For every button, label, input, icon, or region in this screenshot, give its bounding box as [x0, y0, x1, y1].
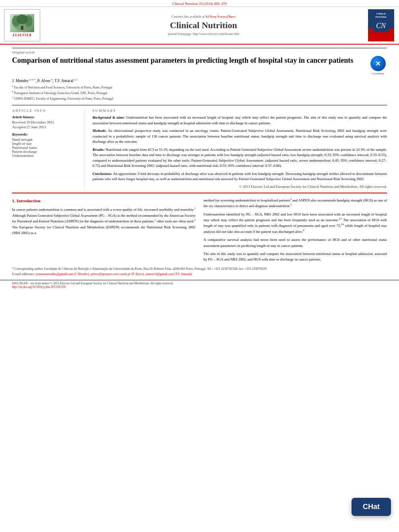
authors: J. Mendes a, b, *, P. Alves b, T.F. Amar… [12, 78, 387, 83]
elsevier-wordmark: ELSEVIER [12, 33, 31, 37]
footer-issn: 0261-5614/$ – see front matter © 2013 El… [12, 281, 173, 285]
body-col-right: method for screening undernutrition in h… [204, 197, 387, 265]
chat-button[interactable]: CHat [352, 498, 391, 516]
summary-heading: SUMMARY [93, 109, 387, 113]
keyword-3: Nutritional status [12, 146, 79, 150]
accepted-date: Accepted 27 June 2013 [12, 125, 79, 129]
summary-methods: Methods: An observational prospective st… [93, 128, 387, 145]
email-note: E-mail addresses: joanamamendes@gmail.co… [12, 272, 387, 277]
background-label: Background & aims: [93, 115, 125, 119]
conclusions-label: Conclusions: [93, 172, 112, 176]
summary-results: Results: Nutritional risk ranged from 42… [93, 147, 387, 169]
journal-header: ELSEVIER Contents lists available at Sci… [0, 7, 399, 45]
footer-issn-doi: 0261-5614/$ – see front matter © 2013 El… [12, 281, 173, 289]
journal-issue: Clinical Nutrition 33 (2014) 466–470 [173, 2, 227, 6]
affiliation-c: c UISPA-IDMEC, Faculty of Engineering, U… [12, 96, 387, 101]
body-para-5: The aim of this study was to quantify an… [204, 251, 387, 263]
received-date: Received 20 December 2012 [12, 120, 79, 124]
body-para-4: A comparative survival analysis had neve… [204, 237, 387, 249]
footer-footnotes: * Corresponding author. Faculdade de Ciê… [0, 265, 399, 279]
email-text: joanamamendes@gmail.com (J. Mendes), pal… [36, 272, 193, 276]
journal-homepage: journal homepage: http://www.elsevier.co… [168, 32, 239, 36]
sciverse-line: Contents lists available at SciVerse Sci… [172, 15, 236, 18]
summary-col: SUMMARY Background & aims: Undernutritio… [93, 109, 387, 189]
copyright: © 2013 Elsevier Ltd and European Society… [93, 185, 387, 189]
conclusions-text: An approximate 3-fold decrease in probab… [93, 172, 387, 181]
article-title: Comparison of nutritional status assessm… [12, 56, 365, 65]
footer-doi: http://dx.doi.org/10.1016/j.clnu.2013.06… [12, 285, 173, 289]
body-section: 1. Introduction In cancer patients under… [12, 193, 387, 265]
results-text: Nutritional risk ranged from 42.3 to 53.… [93, 148, 387, 168]
page: Clinical Nutrition 33 (2014) 466–470 ELS… [0, 0, 399, 532]
svg-rect-4 [21, 26, 23, 30]
elsevier-logo: ELSEVIER [4, 9, 40, 41]
corresponding-author-label: * Corresponding author. [12, 267, 43, 271]
methods-text: An observational prospective study was c… [93, 129, 387, 144]
top-bar: Clinical Nutrition 33 (2014) 466–470 [0, 0, 399, 7]
article-type: Original article [12, 48, 387, 54]
crossmark: ✕ CrossMark [369, 56, 387, 75]
body-col-left: 1. Introduction In cancer patients under… [12, 197, 195, 265]
crossmark-label: CrossMark [372, 72, 384, 75]
section1-title: 1. Introduction [12, 197, 195, 205]
journal-logo-right: ClinicalNutrition CN [367, 9, 395, 41]
keyword-1: Hand strength [12, 138, 79, 142]
affiliation-b: b Portuguese Institute of Oncology Franc… [12, 90, 387, 96]
summary-conclusions: Conclusions: An approximate 3-fold decre… [93, 171, 387, 182]
article-info-summary: ARTICLE INFO Article history: Received 2… [12, 105, 387, 189]
article-info-col: ARTICLE INFO Article history: Received 2… [12, 109, 84, 189]
footer-bottom: 0261-5614/$ – see front matter © 2013 El… [0, 280, 399, 290]
affiliations: a Faculty of Nutrition and Food Sciences… [12, 84, 387, 101]
crossmark-icon: ✕ [370, 56, 386, 71]
journal-title: Clinical Nutrition [170, 20, 237, 31]
background-text: Undernutrition has been associated with … [93, 115, 387, 125]
results-label: Results: [93, 148, 105, 152]
body-para-1: In cancer patients undernutrition is com… [12, 207, 195, 236]
article-history-label: Article history: [12, 115, 79, 119]
article-info-heading: ARTICLE INFO [12, 109, 79, 113]
keyword-2: length of stay [12, 142, 79, 146]
article-title-row: Comparison of nutritional status assessm… [12, 56, 387, 75]
summary-background: Background & aims: Undernutrition has be… [93, 115, 387, 126]
keyword-4: Patient discharge [12, 150, 79, 154]
body-two-col: 1. Introduction In cancer patients under… [12, 197, 387, 265]
keywords-label: Keywords: [12, 132, 79, 136]
clinical-nutrition-logo: ClinicalNutrition CN [368, 9, 394, 41]
svg-text:CN: CN [376, 22, 386, 30]
body-para-3: Undernutrition identified by PG – SGA, N… [204, 212, 387, 235]
methods-label: Methods: [93, 129, 107, 133]
journal-center: Contents lists available at SciVerse Sci… [44, 9, 363, 41]
corresponding-author-text: Faculdade de Ciências da Nutrição e Alim… [44, 267, 267, 271]
keyword-5: Undernutrition [12, 154, 79, 158]
email-label: E-mail addresses: [12, 272, 35, 276]
svg-point-3 [16, 14, 28, 24]
affiliation-a: a Faculty of Nutrition and Food Sciences… [12, 84, 387, 90]
corresponding-author-note: * Corresponding author. Faculdade de Ciê… [12, 267, 387, 272]
content-area: Original article Comparison of nutrition… [0, 45, 399, 265]
sciverse-link[interactable]: SciVerse ScienceDirect [206, 15, 236, 18]
body-para-2: method for screening undernutrition in h… [204, 197, 387, 209]
elsevier-tree-image [10, 14, 34, 32]
